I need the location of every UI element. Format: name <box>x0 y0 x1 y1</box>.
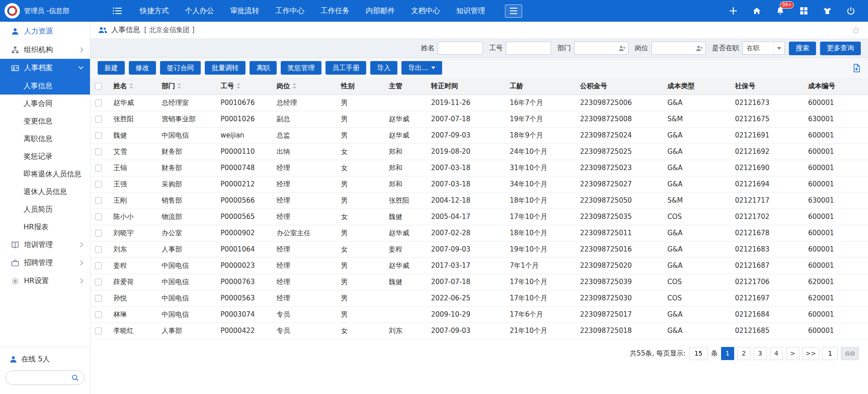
apps-grid-icon[interactable] <box>798 5 809 16</box>
table-row-4[interactable]: 艾雪财务部P0000110出纳女郑和2019-08-2024年10个月22309… <box>90 143 868 160</box>
filter-input-4[interactable] <box>652 42 693 54</box>
sidebar-subitem[interactable]: 即将退休人员信息 <box>0 165 90 183</box>
sort-icon[interactable] <box>292 83 297 89</box>
row-checkbox[interactable] <box>95 230 102 237</box>
home-icon[interactable] <box>751 5 762 16</box>
goto-page-input[interactable] <box>822 347 838 360</box>
sidebar-subitem[interactable]: 变更信息 <box>0 112 90 130</box>
sidebar-item-1[interactable]: 组织机构 <box>0 41 90 59</box>
row-checkbox[interactable] <box>95 246 102 253</box>
person-picker-icon[interactable] <box>616 42 628 54</box>
table-row-12[interactable]: 薛爱荷中国电信P0000763经理男魏健2007-07-1817年10个月223… <box>90 274 868 290</box>
row-checkbox[interactable] <box>95 262 102 269</box>
row-checkbox[interactable] <box>95 279 102 285</box>
column-header-1[interactable]: 姓名 <box>109 78 157 95</box>
sidebar-subitem[interactable]: HR报表 <box>0 218 90 236</box>
notification-bell-icon[interactable]: 99+ <box>775 5 786 16</box>
sort-icon[interactable] <box>129 83 133 89</box>
sidebar-item-3[interactable]: 培训管理 <box>0 236 90 254</box>
table-row-1[interactable]: 赵华威总经理室P0010676总经理男2019-11-2616年7个月22309… <box>90 95 868 111</box>
table-row-13[interactable]: 孙悦中国电信P0000563经理男2022-06-2517年10个月223098… <box>90 290 868 306</box>
search-button[interactable]: 搜索 <box>789 42 816 55</box>
row-checkbox[interactable] <box>95 295 102 302</box>
table-row-10[interactable]: 刘东人事部P0001064经理女姜程2007-09-0319年10个月22309… <box>90 241 868 257</box>
top-menu-item-7[interactable]: 文档中心 <box>403 0 448 22</box>
page-button-4[interactable]: 4 <box>770 347 783 360</box>
toolbar-button-9[interactable]: 导出... <box>401 61 442 75</box>
table-row-3[interactable]: 魏健中国电信weijian总监男赵华威2007-09-0318年9个月22309… <box>90 127 868 143</box>
sidebar-item-2[interactable]: 人事档案 <box>0 59 90 77</box>
power-icon[interactable] <box>845 5 856 16</box>
row-checkbox[interactable] <box>95 165 102 171</box>
sidebar-search-input[interactable] <box>11 374 71 381</box>
row-checkbox[interactable] <box>95 197 102 204</box>
toolbar-button-8[interactable]: 导入 <box>370 61 397 75</box>
sidebar-subitem[interactable]: 退休人员信息 <box>0 183 90 200</box>
favorite-star-icon[interactable] <box>852 26 860 34</box>
row-checkbox[interactable] <box>95 328 102 334</box>
theme-icon[interactable] <box>822 5 833 16</box>
toolbar-button-3[interactable]: 签订合同 <box>160 61 201 75</box>
sidebar-subitem[interactable]: 人事信息 <box>0 77 90 95</box>
top-menu-item-8[interactable]: 知识管理 <box>448 0 493 22</box>
top-menu-item-4[interactable]: 工作中心 <box>267 0 312 22</box>
sidebar-subitem[interactable]: 离职信息 <box>0 130 90 147</box>
sidebar-subitem[interactable]: 人员简历 <box>0 200 90 218</box>
row-checkbox[interactable] <box>95 214 102 220</box>
sidebar-subitem[interactable]: 奖惩记录 <box>0 147 90 165</box>
filter-input-2[interactable] <box>506 42 551 55</box>
sidebar-title[interactable]: 人力资源 <box>0 22 90 41</box>
last-page-button[interactable]: >> <box>802 347 819 360</box>
menu-toggle-button[interactable] <box>505 5 522 18</box>
table-row-15[interactable]: 李晓红人事部P0000422专员女刘东2007-09-0321年10个月2230… <box>90 323 868 339</box>
table-row-9[interactable]: 刘晓宇办公室P0000902办公室主任男赵华威2007-02-2818年10个月… <box>90 225 868 241</box>
top-menu-item-6[interactable]: 内部邮件 <box>358 0 403 22</box>
table-row-8[interactable]: 陈小小物流部P0000565经理女魏健2005-04-1717年10个月2230… <box>90 209 868 225</box>
filter-select-5[interactable]: 在职 <box>742 42 785 55</box>
sidebar-item-4[interactable]: 招聘管理 <box>0 254 90 272</box>
export-file-icon[interactable] <box>852 64 861 72</box>
filter-input-3[interactable] <box>575 42 616 54</box>
table-row-2[interactable]: 张胜阳营销事业部P0001026副总男赵华威2007-07-1819年7个月22… <box>90 111 868 127</box>
top-menu-item-1[interactable]: 快捷方式 <box>132 0 177 22</box>
page-button-1[interactable]: 1 <box>721 347 734 360</box>
top-menu-item-2[interactable]: 个人办公 <box>177 0 222 22</box>
toolbar-button-4[interactable]: 批量调转 <box>205 61 245 75</box>
sort-icon[interactable] <box>177 83 181 89</box>
next-page-button[interactable]: > <box>786 347 799 360</box>
row-checkbox[interactable] <box>95 132 102 139</box>
top-menu-item-3[interactable]: 审批流转 <box>222 0 267 22</box>
page-button-3[interactable]: 3 <box>754 347 767 360</box>
toolbar-button-6[interactable]: 奖惩管理 <box>281 61 321 75</box>
page-button-2[interactable]: 2 <box>737 347 750 360</box>
app-list-icon[interactable] <box>113 7 123 15</box>
table-row-14[interactable]: 林琳中国电信P0003074专员男2009-10-2917年6个月2230987… <box>90 306 868 323</box>
go-button[interactable]: GO <box>841 347 859 360</box>
select-all-checkbox[interactable] <box>95 83 102 90</box>
sidebar-item-5[interactable]: HR设置 <box>0 272 90 290</box>
more-query-button[interactable]: 更多查询 <box>820 42 861 55</box>
filter-input-1[interactable] <box>438 42 483 55</box>
row-checkbox[interactable] <box>95 100 102 106</box>
column-header-2[interactable]: 部门 <box>157 78 216 95</box>
page-size-input[interactable] <box>689 347 708 360</box>
sort-icon[interactable] <box>236 83 241 89</box>
search-icon[interactable] <box>71 374 79 381</box>
toolbar-button-2[interactable]: 修改 <box>129 61 156 75</box>
add-icon[interactable] <box>728 5 739 16</box>
row-checkbox[interactable] <box>95 181 102 188</box>
sidebar-subitem[interactable]: 人事合同 <box>0 95 90 112</box>
column-header-3[interactable]: 工号 <box>216 78 272 95</box>
table-row-6[interactable]: 王强采购部P0000212经理男郑和2007-03-1834年10个月22309… <box>90 176 868 192</box>
table-row-7[interactable]: 王刚销售部P0000566经理男张胜阳2004-12-1818年10个月2230… <box>90 192 868 209</box>
person-picker-icon[interactable] <box>693 42 705 54</box>
toolbar-button-7[interactable]: 员工手册 <box>326 61 366 75</box>
row-checkbox[interactable] <box>95 116 102 123</box>
column-header-4[interactable]: 岗位 <box>272 78 336 95</box>
toolbar-button-5[interactable]: 离职 <box>250 61 277 75</box>
row-checkbox[interactable] <box>95 148 102 155</box>
top-menu-item-5[interactable]: 工作任务 <box>312 0 358 22</box>
table-row-11[interactable]: 姜程中国电信P0000023经理男赵华威2017-03-177年1个月22309… <box>90 257 868 274</box>
toolbar-button-1[interactable]: 新建 <box>98 61 125 75</box>
table-row-5[interactable]: 王锦财务部P0000748经理女郑和2007-03-1831年10个月22309… <box>90 160 868 176</box>
